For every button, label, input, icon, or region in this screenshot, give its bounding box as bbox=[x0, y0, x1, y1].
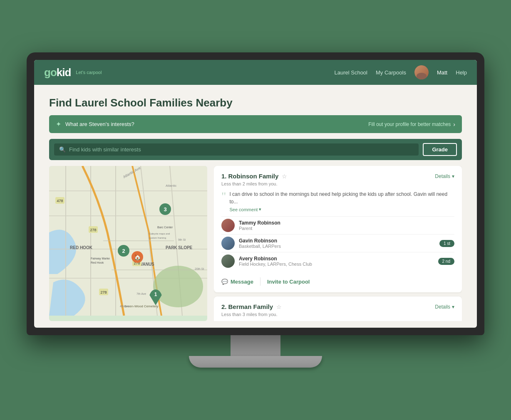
details-link-berman[interactable]: Details ▾ bbox=[435, 304, 454, 310]
tagline: Let's carpool bbox=[76, 70, 102, 75]
family-card-robinson: 1. Robinson Family ☆ Details ▾ Less than… bbox=[214, 166, 462, 292]
svg-text:478: 478 bbox=[57, 199, 63, 203]
star-icon-robinson[interactable]: ☆ bbox=[282, 173, 287, 180]
avatar-gavin bbox=[221, 237, 235, 250]
navbar: gokid Let's carpool Laurel School My Car… bbox=[34, 60, 477, 85]
user-name: Matt bbox=[437, 69, 447, 76]
action-row-robinson: 💬 Message Invite to Carpool bbox=[221, 274, 454, 286]
interests-banner[interactable]: ✦ What are Steven's interests? Fill out … bbox=[49, 115, 462, 133]
carpools-link[interactable]: My Carpools bbox=[376, 69, 406, 76]
family-header-berman: 2. Berman Family ☆ Details ▾ bbox=[221, 303, 454, 310]
svg-text:4th Ave: 4th Ave bbox=[120, 305, 129, 308]
member-name-gavin: Gavin Robinson bbox=[239, 238, 435, 244]
search-row: 🔍 Grade bbox=[49, 139, 462, 160]
svg-text:Atlantic: Atlantic bbox=[166, 184, 176, 188]
svg-text:7th Ave: 7th Ave bbox=[136, 292, 146, 295]
family-distance-robinson: Less than 2 miles from you. bbox=[221, 181, 454, 186]
grade-badge-avery: 2 nd bbox=[438, 258, 454, 265]
avatar-avery bbox=[221, 254, 235, 268]
svg-text:Fairway Marke: Fairway Marke bbox=[91, 257, 110, 260]
family-number-1: 1. bbox=[221, 173, 227, 180]
member-row-avery: Avery Robinson Field Hockey, LARPers, Ch… bbox=[221, 252, 454, 270]
quote-mark: " bbox=[221, 190, 226, 212]
family-name-robinson: Robinson Family bbox=[228, 173, 279, 180]
family-number-2: 2. bbox=[221, 303, 227, 310]
avatar[interactable] bbox=[414, 65, 429, 79]
logo: gokid bbox=[44, 66, 71, 79]
invite-button-robinson[interactable]: Invite to Carpool bbox=[267, 277, 310, 286]
svg-text:RED HOOK: RED HOOK bbox=[70, 245, 93, 250]
action-divider bbox=[260, 277, 260, 286]
results-area: Atlantic Ave Atlantic RED HOOK PARK SLOP… bbox=[49, 166, 462, 321]
nav-links: Laurel School My Carpools Matt Help bbox=[334, 65, 467, 79]
family-card-berman: 2. Berman Family ☆ Details ▾ Less than 3… bbox=[214, 296, 462, 321]
member-row-tammy: Tammy Robinson Parent bbox=[221, 216, 454, 234]
monitor-screen: gokid Let's carpool Laurel School My Car… bbox=[27, 52, 484, 335]
member-role-avery: Field Hockey, LARPers, Chess Club bbox=[239, 262, 434, 267]
sparkle-icon: ✦ bbox=[56, 120, 61, 128]
svg-text:Barc Center: Barc Center bbox=[157, 226, 173, 229]
help-link[interactable]: Help bbox=[456, 69, 467, 76]
family-listings: 1. Robinson Family ☆ Details ▾ Less than… bbox=[214, 166, 462, 321]
quote-text-robinson: I can drive to school in the mornings bu… bbox=[229, 190, 454, 205]
map-container: Atlantic Ave Atlantic RED HOOK PARK SLOP… bbox=[49, 166, 207, 321]
banner-text: What are Steven's interests? bbox=[65, 121, 134, 127]
logo-area: gokid Let's carpool bbox=[44, 66, 102, 79]
map-svg: Atlantic Ave Atlantic RED HOOK PARK SLOP… bbox=[49, 166, 207, 316]
chevron-down-icon-berman: ▾ bbox=[452, 304, 454, 310]
logo-kid: kid bbox=[57, 66, 71, 79]
map-pin-home[interactable]: 🏠 bbox=[131, 251, 143, 263]
logo-go: go bbox=[44, 66, 57, 79]
banner-arrow-icon: › bbox=[453, 121, 455, 128]
main-content: Find Laurel School Families Nearby ✦ Wha… bbox=[34, 85, 477, 328]
svg-text:Galeyrie maps and: Galeyrie maps and bbox=[149, 232, 170, 235]
details-link-robinson[interactable]: Details ▾ bbox=[435, 173, 454, 179]
message-button-robinson[interactable]: 💬 Message bbox=[221, 277, 253, 286]
search-input[interactable] bbox=[69, 146, 414, 153]
star-icon-berman[interactable]: ☆ bbox=[276, 304, 282, 310]
search-icon: 🔍 bbox=[59, 146, 66, 153]
svg-text:278: 278 bbox=[90, 228, 96, 232]
grade-badge-gavin: 1 st bbox=[439, 240, 454, 247]
search-input-wrapper: 🔍 bbox=[54, 143, 419, 156]
screen-inner: gokid Let's carpool Laurel School My Car… bbox=[34, 60, 477, 328]
svg-text:PARK SLOPE: PARK SLOPE bbox=[166, 245, 193, 250]
family-distance-berman: Less than 3 miles from you. bbox=[221, 312, 454, 317]
family-quote-robinson: " I can drive to school in the mornings … bbox=[221, 190, 454, 212]
grade-button[interactable]: Grade bbox=[423, 143, 457, 156]
message-icon: 💬 bbox=[221, 279, 228, 285]
svg-text:custom framing: custom framing bbox=[149, 237, 166, 239]
monitor-stand-neck bbox=[231, 335, 280, 356]
map-pin-2[interactable]: 2 bbox=[118, 245, 129, 257]
svg-text:Red Hook: Red Hook bbox=[91, 261, 104, 264]
map-pin-3[interactable]: 3 bbox=[159, 203, 171, 215]
avatar-face bbox=[414, 65, 429, 79]
member-name-tammy: Tammy Robinson bbox=[239, 220, 454, 226]
chevron-down-icon-comment: ▾ bbox=[259, 207, 261, 212]
chevron-down-icon: ▾ bbox=[452, 173, 454, 179]
member-role-tammy: Parent bbox=[239, 226, 454, 231]
member-role-gavin: Basketball, LARPers bbox=[239, 244, 435, 249]
family-name-berman: Berman Family bbox=[228, 303, 273, 310]
member-row-gavin: Gavin Robinson Basketball, LARPers 1 st bbox=[221, 234, 454, 252]
page-title: Find Laurel School Families Nearby bbox=[49, 96, 462, 109]
family-header-robinson: 1. Robinson Family ☆ Details ▾ bbox=[221, 173, 454, 180]
monitor-stand-base bbox=[189, 356, 322, 368]
member-info-tammy: Tammy Robinson Parent bbox=[239, 220, 454, 231]
banner-cta: Fill out your profile for better matches bbox=[368, 121, 451, 127]
member-name-avery: Avery Robinson bbox=[239, 256, 434, 262]
monitor-wrapper: gokid Let's carpool Laurel School My Car… bbox=[27, 52, 484, 368]
member-info-avery: Avery Robinson Field Hockey, LARPers, Ch… bbox=[239, 256, 434, 267]
avatar-tammy bbox=[221, 219, 235, 232]
school-link[interactable]: Laurel School bbox=[334, 69, 367, 76]
svg-text:9th St: 9th St bbox=[178, 238, 186, 241]
svg-text:20th St: 20th St bbox=[195, 267, 204, 270]
svg-text:278: 278 bbox=[100, 290, 107, 294]
quote-content: I can drive to school in the mornings bu… bbox=[229, 190, 454, 212]
member-info-gavin: Gavin Robinson Basketball, LARPers bbox=[239, 238, 435, 249]
see-comment-robinson[interactable]: See comment ▾ bbox=[229, 207, 454, 212]
svg-point-11 bbox=[153, 266, 203, 307]
